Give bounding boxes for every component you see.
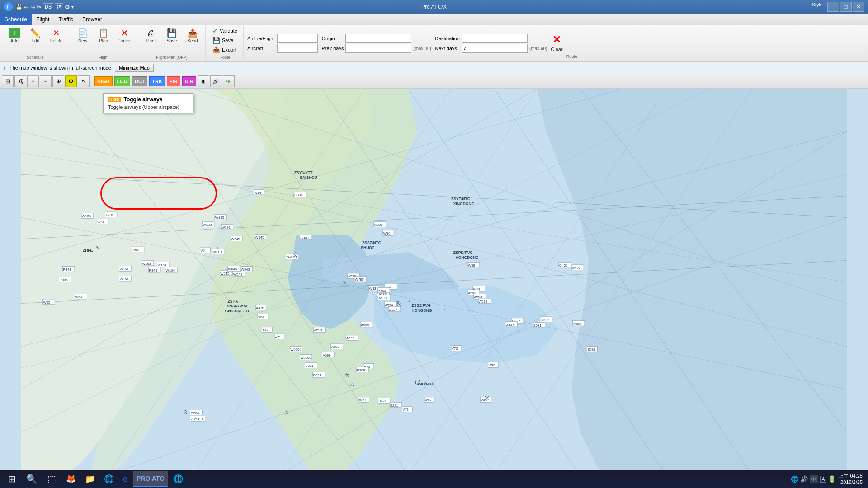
- crosshair-button[interactable]: ⊕: [52, 75, 64, 87]
- print-button[interactable]: 🖨 Print: [141, 26, 161, 45]
- save-quick-icon[interactable]: 💾: [15, 4, 23, 10]
- cancel-button[interactable]: ✕ Cancel: [114, 26, 134, 45]
- svg-text:ZSHA: ZSHA: [227, 299, 238, 304]
- aircraft-input[interactable]: [277, 44, 318, 53]
- network-icon[interactable]: 🌐: [791, 475, 798, 483]
- extra-btn1[interactable]: ▣: [198, 75, 209, 87]
- minimize-map-button[interactable]: Minimize Map: [115, 64, 154, 72]
- svg-text:G348: G348: [300, 236, 309, 240]
- taskbar-explorer[interactable]: 📁: [81, 471, 99, 487]
- save-button[interactable]: 💾 Save: [162, 26, 182, 45]
- language-icon: 中: [810, 475, 818, 483]
- svg-text:G/GCZ: G/GCZ: [287, 255, 297, 259]
- add-button[interactable]: + Add: [5, 26, 24, 45]
- high-airways-button[interactable]: HIGH: [94, 76, 113, 86]
- svg-text:V71: V71: [275, 335, 281, 339]
- minimize-button[interactable]: ─: [827, 2, 839, 12]
- schedule-group: + Add ✏️ Edit ✕ Delete Schedule: [2, 26, 69, 61]
- taskbar-firefox[interactable]: 🦊: [62, 471, 80, 487]
- new-button[interactable]: 📄 New: [73, 26, 93, 45]
- dropdown-icon[interactable]: ▾: [71, 5, 74, 9]
- svg-text:V64: V64: [258, 315, 264, 319]
- prev-days-input[interactable]: [345, 44, 411, 53]
- maximize-button[interactable]: □: [840, 2, 852, 12]
- print-icon: 🖨: [146, 28, 156, 38]
- menu-schedule[interactable]: Schedule: [0, 14, 32, 25]
- svg-text:W545: W545: [231, 237, 240, 241]
- flight-group: 📄 New 📋 Plan ✕ Cancel Flight: [70, 26, 137, 61]
- svg-text:W38: W38: [468, 263, 475, 267]
- map-icon[interactable]: 🗺: [55, 3, 63, 10]
- edit-button[interactable]: ✏️ Edit: [25, 26, 45, 45]
- cut-icon[interactable]: ✂: [37, 4, 42, 10]
- zoom-in-button[interactable]: +: [27, 75, 39, 87]
- svg-text:SAIZHOU: SAIZHOU: [300, 175, 317, 180]
- svg-text:ZSYA/YTT: ZSYA/YTT: [294, 170, 313, 175]
- waypoint-btn[interactable]: ✈: [223, 75, 235, 87]
- map-svg: + + + + + + + ⊕ + ○ + + W65: [0, 89, 868, 475]
- layers-button[interactable]: ⊞: [2, 75, 14, 87]
- menu-browser[interactable]: Browser: [78, 14, 107, 25]
- sound-btn[interactable]: 🔊: [210, 75, 222, 87]
- send-button[interactable]: 📤 Send: [183, 26, 203, 45]
- info-icon: ℹ: [4, 65, 6, 71]
- svg-text:A593: A593: [479, 300, 487, 304]
- svg-text:W183: W183: [82, 214, 91, 218]
- delete-button[interactable]: ✕ Delete: [46, 26, 66, 45]
- export-button[interactable]: 📤 Export: [209, 45, 241, 54]
- next-days-label: Next days: [435, 46, 460, 51]
- clear-group: ✕ Clear: [551, 35, 562, 52]
- taskbar-clock[interactable]: 上午 04:28 2018/2/25: [839, 473, 863, 486]
- menu-flight[interactable]: Flight: [32, 14, 54, 25]
- plan-button[interactable]: 📋 Plan: [94, 26, 113, 45]
- clear-button[interactable]: Clear: [551, 47, 562, 52]
- svg-text:G327: G327: [541, 318, 549, 322]
- svg-text:A470: A470: [263, 328, 271, 332]
- close-button[interactable]: ✕: [853, 2, 864, 12]
- svg-text:XINGDONG: XINGDONG: [453, 202, 475, 206]
- volume-icon[interactable]: 🔊: [800, 475, 808, 483]
- origin-input[interactable]: [345, 34, 411, 43]
- schedule-label: Schedule: [27, 55, 44, 60]
- gear-icon2[interactable]: ⚙: [65, 4, 70, 10]
- svg-text:R305: R305: [60, 278, 68, 282]
- svg-text:W164: W164: [120, 267, 129, 271]
- infobar-message: The map window is shown in full-screen m…: [9, 65, 111, 70]
- fir-button[interactable]: FIR: [167, 76, 180, 86]
- svg-text:W67: W67: [425, 398, 432, 402]
- search-button[interactable]: 🔍: [22, 470, 42, 488]
- lou-airways-button[interactable]: LOU: [114, 76, 130, 86]
- taskbar-globe[interactable]: 🌐: [170, 471, 187, 487]
- validate-button[interactable]: ✔ Validate: [209, 26, 241, 35]
- print-map-button[interactable]: 🖨: [14, 75, 26, 87]
- system-icons: 🌐 🔊 中 A 🔋: [791, 475, 836, 483]
- start-button[interactable]: ⊞: [2, 470, 22, 488]
- task-view-button[interactable]: ⬚: [42, 470, 61, 488]
- airline-flight-input[interactable]: [277, 34, 318, 43]
- filter-fields: Airline/Flight Aircraft: [247, 34, 318, 53]
- dct-button[interactable]: DCT: [132, 76, 148, 86]
- svg-text:R343: R343: [149, 268, 157, 272]
- svg-text:ZSPD/PVG: ZSPD/PVG: [453, 250, 473, 255]
- svg-text:+: +: [444, 308, 446, 311]
- zoom-out-button[interactable]: −: [40, 75, 52, 87]
- menu-traffic[interactable]: Traffic: [54, 14, 78, 25]
- arrow-tool[interactable]: ↖: [78, 75, 90, 87]
- settings-map-button[interactable]: ⚙: [65, 75, 77, 87]
- uir-button[interactable]: UIR: [182, 76, 196, 86]
- route-save-button[interactable]: 💾 Save: [209, 36, 241, 45]
- next-days-input[interactable]: [462, 44, 528, 53]
- map-container[interactable]: + + + + + + + ⊕ + ○ + + W65: [0, 89, 868, 475]
- taskbar-ie[interactable]: e: [119, 471, 131, 487]
- destination-input[interactable]: [462, 34, 528, 43]
- undo-icon[interactable]: ↩: [24, 4, 29, 10]
- prev-days-max: (max 30): [413, 46, 431, 51]
- battery-icon[interactable]: 🔋: [828, 475, 836, 483]
- taskbar-proatc[interactable]: PRO ATC: [133, 471, 168, 487]
- trk-button[interactable]: TRK: [149, 76, 165, 86]
- redo-icon[interactable]: ↪: [30, 4, 35, 10]
- taskbar-chrome[interactable]: 🌐: [100, 471, 118, 487]
- svg-text:B221: B221: [378, 399, 387, 403]
- db-icon[interactable]: DB: [43, 3, 53, 10]
- ime-icon: A: [820, 476, 827, 483]
